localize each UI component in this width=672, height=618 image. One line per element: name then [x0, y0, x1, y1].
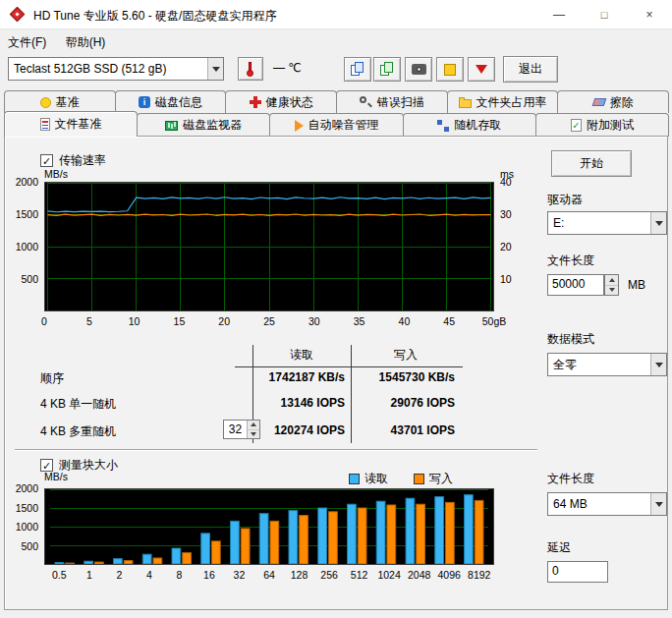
file-length-input[interactable]: 50000 [547, 274, 604, 296]
bar-plot-area [44, 488, 494, 565]
chevron-down-icon[interactable] [207, 58, 223, 80]
tab-extra-tests[interactable]: ✓ 附加测试 [535, 113, 669, 137]
tick-label: 8 [176, 569, 182, 581]
stepper-up-icon[interactable] [605, 275, 618, 286]
4k-single-read-value: 13146 IOPS [256, 396, 345, 410]
close-button[interactable]: × [627, 0, 672, 29]
queue-depth-stepper[interactable]: 32 [223, 420, 260, 439]
tab-label: 自动噪音管理 [308, 117, 379, 134]
copy-pages-icon [351, 62, 365, 77]
data-mode-dropdown[interactable]: 全零 [547, 353, 667, 376]
drive-label: 驱动器 [547, 192, 583, 208]
write-swatch-icon [414, 474, 424, 484]
tab-label: 健康状态 [266, 94, 313, 111]
delay-label: 延迟 [547, 539, 571, 556]
tick-label: 20 [500, 241, 512, 253]
tick-label: 64 [263, 569, 275, 581]
copy-image-button[interactable] [373, 57, 401, 82]
tick-label: 1000 [11, 241, 38, 253]
tab-row-2: 文件基准 磁盘监视器 自动噪音管理 随机存取 ✓ 附加测试 [4, 113, 668, 137]
tab-error-scan[interactable]: 错误扫描 [336, 90, 448, 113]
tick-label: 10 [500, 273, 512, 285]
tab-label: 基准 [56, 94, 80, 111]
chart-legend: 读取 写入 [349, 471, 453, 487]
red-down-arrow-icon [476, 65, 487, 74]
tick-label: 1000 [11, 521, 38, 533]
tick-label: 15 [174, 315, 186, 327]
data-mode-value: 全零 [548, 357, 650, 373]
menu-file[interactable]: 文件(F) [0, 30, 54, 51]
tick-label: 0 [41, 315, 47, 327]
tab-label: 附加测试 [587, 117, 634, 134]
file-length-unit: MB [628, 278, 645, 292]
exit-button[interactable]: 退出 [503, 56, 558, 83]
tick-label: 512 [351, 569, 368, 581]
copy-image-icon [380, 62, 395, 77]
tick-label: 1024 [377, 569, 400, 581]
save-button[interactable] [436, 57, 464, 82]
transfer-rate-label: 传输速率 [59, 152, 106, 169]
file-length-stepper[interactable] [604, 274, 619, 296]
speaker-icon [295, 120, 304, 132]
read-swatch-icon [349, 474, 360, 484]
tick-label: 35 [354, 315, 365, 327]
minimize-button[interactable]: — [536, 0, 582, 29]
chevron-down-icon[interactable] [650, 354, 666, 375]
tick-label: 500 [11, 540, 38, 552]
chevron-down-icon[interactable] [650, 212, 666, 234]
info-icon: i [139, 96, 150, 108]
tab-erase[interactable]: 擦除 [557, 90, 669, 113]
checklist-icon: ✓ [571, 119, 582, 132]
drive-select[interactable]: Teclast 512GB SSD (512 gB) [8, 57, 224, 81]
download-button[interactable] [468, 57, 495, 82]
tab-random-access[interactable]: 随机存取 [403, 113, 536, 137]
eraser-icon [591, 98, 606, 106]
copy-text-button[interactable] [344, 57, 371, 82]
transfer-rate-chart: MB/s ms 50010001500200010203040051015202… [11, 168, 547, 341]
temperature-value: — [273, 61, 285, 75]
drive-dropdown[interactable]: E: [547, 211, 667, 235]
tick-label: 8192 [468, 569, 490, 581]
tab-label: 磁盘监视器 [183, 117, 242, 134]
tick-label: 2000 [11, 482, 38, 494]
file-icon [40, 118, 50, 131]
title-bar: HD Tune 专业版 5.60 - 硬盘/固态硬盘实用程序 — □ × [0, 0, 672, 29]
start-button[interactable]: 开始 [551, 150, 632, 177]
tab-aam[interactable]: 自动噪音管理 [269, 113, 403, 137]
tab-disk-monitor[interactable]: 磁盘监视器 [137, 113, 270, 137]
screenshot-button[interactable] [405, 57, 432, 82]
tab-file-benchmark[interactable]: 文件基准 [4, 111, 138, 137]
tick-label: 40 [500, 176, 512, 188]
drive-dropdown-value: E: [548, 216, 650, 230]
tab-folder-usage[interactable]: 文件夹占用率 [447, 90, 559, 113]
result-row-label: 4 KB 多重随机 [40, 423, 116, 440]
tick-label: 1 [86, 569, 92, 581]
tab-label: 磁盘信息 [155, 94, 202, 111]
tab-disk-info[interactable]: i 磁盘信息 [115, 90, 227, 113]
tick-label: 25 [263, 315, 275, 327]
tick-label: 45 [443, 315, 455, 327]
temperature-button[interactable] [238, 57, 263, 81]
delay-input[interactable]: 0 [547, 561, 608, 583]
tab-label: 擦除 [610, 94, 634, 111]
tick-label: 1500 [11, 502, 38, 514]
data-mode-label: 数据模式 [547, 331, 594, 348]
tick-label: 32 [234, 569, 246, 581]
maximize-button[interactable]: □ [582, 0, 627, 29]
legend-read: 读取 [349, 471, 388, 487]
y-axis-label: MB/s [44, 471, 68, 482]
tick-label: 256 [320, 569, 338, 581]
tick-label: 2000 [11, 176, 38, 188]
stepper-down-icon[interactable] [605, 286, 618, 296]
menu-help[interactable]: 帮助(H) [58, 30, 114, 51]
tab-label: 文件夹占用率 [476, 94, 547, 111]
chevron-down-icon[interactable] [650, 493, 666, 515]
block-file-length-value: 64 MB [548, 497, 650, 511]
block-file-length-dropdown[interactable]: 64 MB [547, 492, 667, 516]
camera-icon [412, 64, 426, 75]
transfer-rate-checkbox[interactable]: ✓ 传输速率 [40, 152, 106, 169]
write-column-header: 写入 [353, 347, 459, 364]
legend-read-label: 读取 [364, 471, 388, 487]
tab-benchmark[interactable]: 基准 [4, 90, 116, 113]
tab-health[interactable]: 健康状态 [225, 90, 337, 113]
